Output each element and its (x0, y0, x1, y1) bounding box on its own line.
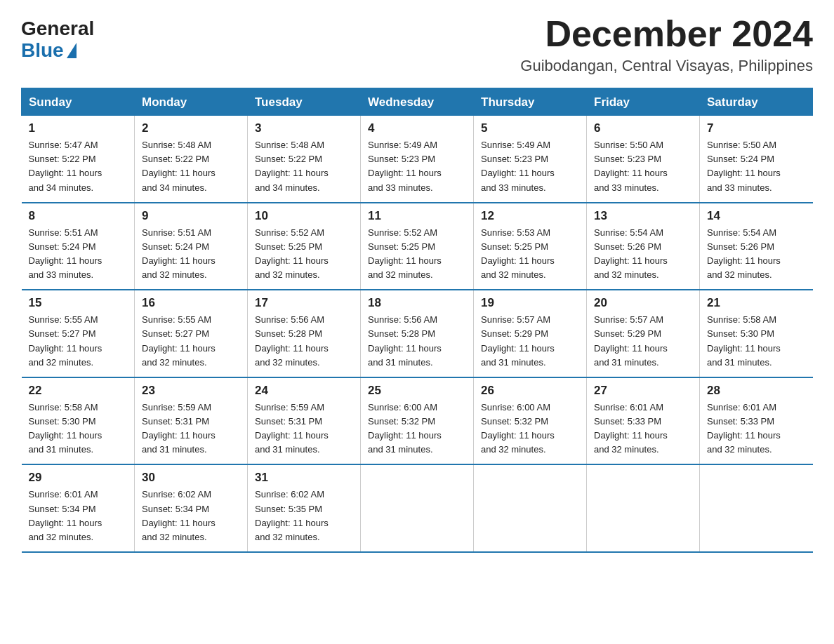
calendar-cell: 8Sunrise: 5:51 AMSunset: 5:24 PMDaylight… (22, 203, 135, 290)
calendar-cell: 5Sunrise: 5:49 AMSunset: 5:23 PMDaylight… (474, 116, 587, 203)
calendar-cell: 9Sunrise: 5:51 AMSunset: 5:24 PMDaylight… (135, 203, 248, 290)
day-number: 18 (368, 296, 466, 310)
calendar-cell: 15Sunrise: 5:55 AMSunset: 5:27 PMDayligh… (22, 290, 135, 377)
calendar-cell: 12Sunrise: 5:53 AMSunset: 5:25 PMDayligh… (474, 203, 587, 290)
day-info: Sunrise: 5:56 AMSunset: 5:28 PMDaylight:… (368, 313, 466, 370)
day-number: 2 (142, 121, 240, 135)
day-number: 31 (255, 471, 353, 485)
calendar-cell (587, 464, 700, 552)
day-info: Sunrise: 6:01 AMSunset: 5:33 PMDaylight:… (594, 401, 692, 457)
header-friday: Friday (587, 88, 700, 116)
calendar-cell: 23Sunrise: 5:59 AMSunset: 5:31 PMDayligh… (135, 377, 248, 465)
calendar-cell (361, 464, 474, 552)
week-row-1: 1Sunrise: 5:47 AMSunset: 5:22 PMDaylight… (22, 116, 813, 203)
calendar-cell: 22Sunrise: 5:58 AMSunset: 5:30 PMDayligh… (22, 377, 135, 465)
calendar-cell: 19Sunrise: 5:57 AMSunset: 5:29 PMDayligh… (474, 290, 587, 377)
header-tuesday: Tuesday (248, 88, 361, 116)
day-info: Sunrise: 6:02 AMSunset: 5:34 PMDaylight:… (142, 488, 240, 544)
calendar-cell: 18Sunrise: 5:56 AMSunset: 5:28 PMDayligh… (361, 290, 474, 377)
header-sunday: Sunday (22, 88, 135, 116)
day-info: Sunrise: 5:56 AMSunset: 5:28 PMDaylight:… (255, 313, 353, 370)
calendar-cell: 28Sunrise: 6:01 AMSunset: 5:33 PMDayligh… (700, 377, 813, 465)
calendar-cell: 26Sunrise: 6:00 AMSunset: 5:32 PMDayligh… (474, 377, 587, 465)
calendar-cell: 2Sunrise: 5:48 AMSunset: 5:22 PMDaylight… (135, 116, 248, 203)
calendar-cell (700, 464, 813, 552)
calendar-cell: 25Sunrise: 6:00 AMSunset: 5:32 PMDayligh… (361, 377, 474, 465)
calendar-body: 1Sunrise: 5:47 AMSunset: 5:22 PMDaylight… (22, 116, 813, 552)
day-info: Sunrise: 5:57 AMSunset: 5:29 PMDaylight:… (594, 313, 692, 370)
day-number: 28 (707, 384, 806, 398)
day-info: Sunrise: 5:58 AMSunset: 5:30 PMDaylight:… (707, 313, 806, 370)
calendar-cell (474, 464, 587, 552)
day-number: 27 (594, 384, 692, 398)
day-number: 25 (368, 384, 466, 398)
calendar-cell: 30Sunrise: 6:02 AMSunset: 5:34 PMDayligh… (135, 464, 248, 552)
day-number: 16 (142, 296, 240, 310)
day-info: Sunrise: 5:52 AMSunset: 5:25 PMDaylight:… (255, 226, 353, 283)
week-row-4: 22Sunrise: 5:58 AMSunset: 5:30 PMDayligh… (22, 377, 813, 465)
page-header: General Blue December 2024 Guibodangan, … (21, 14, 813, 75)
header-row: SundayMondayTuesdayWednesdayThursdayFrid… (22, 88, 813, 116)
day-info: Sunrise: 5:59 AMSunset: 5:31 PMDaylight:… (255, 401, 353, 457)
day-number: 24 (255, 384, 353, 398)
day-number: 12 (481, 209, 579, 223)
day-number: 15 (29, 296, 128, 310)
calendar-cell: 6Sunrise: 5:50 AMSunset: 5:23 PMDaylight… (587, 116, 700, 203)
day-number: 4 (368, 121, 466, 135)
day-number: 6 (594, 121, 692, 135)
header-monday: Monday (135, 88, 248, 116)
calendar-cell: 17Sunrise: 5:56 AMSunset: 5:28 PMDayligh… (248, 290, 361, 377)
week-row-3: 15Sunrise: 5:55 AMSunset: 5:27 PMDayligh… (22, 290, 813, 377)
day-info: Sunrise: 5:58 AMSunset: 5:30 PMDaylight:… (29, 401, 128, 457)
calendar-cell: 11Sunrise: 5:52 AMSunset: 5:25 PMDayligh… (361, 203, 474, 290)
week-row-5: 29Sunrise: 6:01 AMSunset: 5:34 PMDayligh… (22, 464, 813, 552)
day-info: Sunrise: 5:47 AMSunset: 5:22 PMDaylight:… (29, 138, 128, 195)
day-number: 21 (707, 296, 806, 310)
day-number: 20 (594, 296, 692, 310)
calendar-cell: 16Sunrise: 5:55 AMSunset: 5:27 PMDayligh… (135, 290, 248, 377)
calendar-cell: 10Sunrise: 5:52 AMSunset: 5:25 PMDayligh… (248, 203, 361, 290)
day-info: Sunrise: 5:57 AMSunset: 5:29 PMDaylight:… (481, 313, 579, 370)
calendar-cell: 24Sunrise: 5:59 AMSunset: 5:31 PMDayligh… (248, 377, 361, 465)
logo-blue-text: Blue (21, 40, 77, 62)
day-info: Sunrise: 5:51 AMSunset: 5:24 PMDaylight:… (29, 226, 128, 283)
calendar-cell: 14Sunrise: 5:54 AMSunset: 5:26 PMDayligh… (700, 203, 813, 290)
calendar-cell: 4Sunrise: 5:49 AMSunset: 5:23 PMDaylight… (361, 116, 474, 203)
week-row-2: 8Sunrise: 5:51 AMSunset: 5:24 PMDaylight… (22, 203, 813, 290)
calendar-cell: 7Sunrise: 5:50 AMSunset: 5:24 PMDaylight… (700, 116, 813, 203)
day-info: Sunrise: 5:55 AMSunset: 5:27 PMDaylight:… (142, 313, 240, 370)
day-number: 23 (142, 384, 240, 398)
logo-general-text: General (21, 18, 94, 40)
day-number: 8 (29, 209, 128, 223)
calendar-cell: 29Sunrise: 6:01 AMSunset: 5:34 PMDayligh… (22, 464, 135, 552)
day-number: 14 (707, 209, 806, 223)
logo-triangle-icon (67, 43, 77, 58)
day-number: 10 (255, 209, 353, 223)
day-number: 19 (481, 296, 579, 310)
header-thursday: Thursday (474, 88, 587, 116)
day-info: Sunrise: 5:50 AMSunset: 5:24 PMDaylight:… (707, 138, 806, 195)
day-number: 5 (481, 121, 579, 135)
day-number: 30 (142, 471, 240, 485)
day-info: Sunrise: 5:53 AMSunset: 5:25 PMDaylight:… (481, 226, 579, 283)
day-number: 26 (481, 384, 579, 398)
calendar-cell: 27Sunrise: 6:01 AMSunset: 5:33 PMDayligh… (587, 377, 700, 465)
day-info: Sunrise: 5:52 AMSunset: 5:25 PMDaylight:… (368, 226, 466, 283)
month-title: December 2024 (520, 14, 813, 54)
day-info: Sunrise: 5:55 AMSunset: 5:27 PMDaylight:… (29, 313, 128, 370)
day-info: Sunrise: 6:01 AMSunset: 5:34 PMDaylight:… (29, 488, 128, 544)
day-number: 17 (255, 296, 353, 310)
title-area: December 2024 Guibodangan, Central Visay… (520, 14, 813, 75)
calendar-header: SundayMondayTuesdayWednesdayThursdayFrid… (22, 88, 813, 116)
header-wednesday: Wednesday (361, 88, 474, 116)
day-info: Sunrise: 5:49 AMSunset: 5:23 PMDaylight:… (481, 138, 579, 195)
calendar-cell: 3Sunrise: 5:48 AMSunset: 5:22 PMDaylight… (248, 116, 361, 203)
header-saturday: Saturday (700, 88, 813, 116)
day-info: Sunrise: 6:01 AMSunset: 5:33 PMDaylight:… (707, 401, 806, 457)
day-info: Sunrise: 5:59 AMSunset: 5:31 PMDaylight:… (142, 401, 240, 457)
day-number: 9 (142, 209, 240, 223)
day-number: 11 (368, 209, 466, 223)
day-number: 1 (29, 121, 128, 135)
day-info: Sunrise: 5:54 AMSunset: 5:26 PMDaylight:… (594, 226, 692, 283)
day-info: Sunrise: 6:00 AMSunset: 5:32 PMDaylight:… (481, 401, 579, 457)
